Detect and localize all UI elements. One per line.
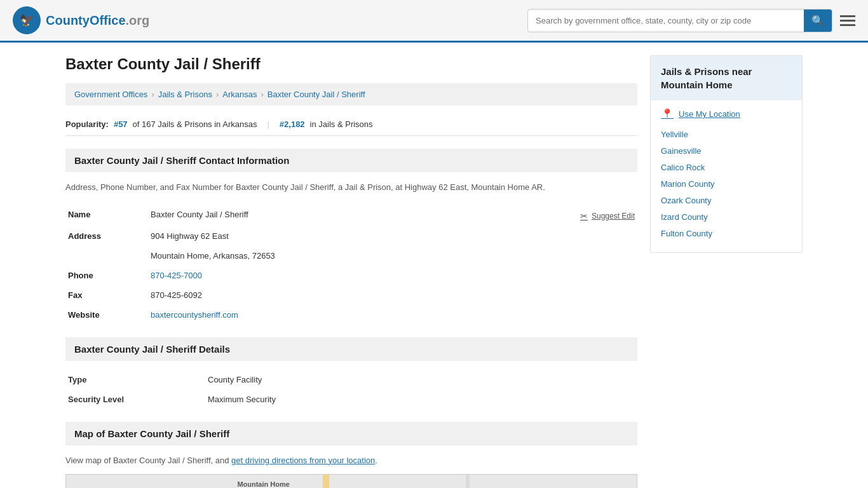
use-location-label: Use My Location <box>679 109 740 119</box>
nearby-list: Yellville Gainesville Calico Rock Marion… <box>661 129 792 238</box>
breadcrumb-link-current[interactable]: Baxter County Jail / Sheriff <box>268 90 365 99</box>
map-section-header: Map of Baxter County Jail / Sheriff <box>65 422 637 445</box>
popularity-rank2: #2,182 <box>280 119 305 129</box>
menu-line-3 <box>840 24 855 26</box>
menu-button[interactable] <box>840 15 855 26</box>
popularity-rank: #57 <box>114 119 128 129</box>
breadcrumb: Government Offices › Jails & Prisons › A… <box>65 83 637 105</box>
location-pin-icon: 📍 <box>661 108 674 120</box>
breadcrumb-link-arkansas[interactable]: Arkansas <box>222 90 257 99</box>
popularity-bar: Popularity: #57 of 167 Jails & Prisons i… <box>65 113 637 136</box>
map-section-desc: View map of Baxter County Jail / Sheriff… <box>65 454 637 468</box>
address-label: Address <box>65 226 148 246</box>
table-row-address2: Mountain Home, Arkansas, 72653 <box>65 246 637 266</box>
phone-link[interactable]: 870-425-7000 <box>151 271 202 280</box>
contact-section-header: Baxter County Jail / Sheriff Contact Inf… <box>65 149 637 172</box>
security-label: Security Level <box>65 390 205 409</box>
menu-line-2 <box>840 20 855 22</box>
sidebar-link-ozark-county[interactable]: Ozark County <box>661 196 711 205</box>
sidebar-link-gainesville[interactable]: Gainesville <box>661 146 702 156</box>
sidebar-box: Jails & Prisons near Mountain Home 📍 Use… <box>650 55 803 253</box>
contact-section-desc: Address, Phone Number, and Fax Number fo… <box>65 181 637 194</box>
search-bar: 🔍 <box>527 9 832 32</box>
use-my-location-button[interactable]: 📍 Use My Location <box>661 108 740 120</box>
list-item: Izard County <box>661 212 792 222</box>
type-value: County Facility <box>205 370 637 390</box>
sidebar-body: 📍 Use My Location Yellville Gainesville … <box>651 100 802 252</box>
map-container[interactable]: Mountain HomePolice De... 📍 📍 Baxter Cou… <box>65 474 637 488</box>
map-road-v2 <box>466 475 470 488</box>
table-row-address: Address 904 Highway 62 East <box>65 226 637 246</box>
fax-value: 870-425-6092 <box>148 285 536 305</box>
address-line1: 904 Highway 62 East <box>148 226 536 246</box>
security-value: Maximum Security <box>205 390 637 409</box>
logo-text: CountyOffice.org <box>46 13 149 28</box>
table-row-security: Security Level Maximum Security <box>65 390 637 409</box>
map-road-v1 <box>323 475 329 488</box>
fax-label: Fax <box>65 285 148 305</box>
table-row-type: Type County Facility <box>65 370 637 390</box>
popularity-rank-context: of 167 Jails & Prisons in Arkansas <box>133 119 257 129</box>
list-item: Calico Rock <box>661 162 792 172</box>
header-right: 🔍 <box>527 9 855 32</box>
name-label: Name <box>65 205 148 226</box>
address-line2: Mountain Home, Arkansas, 72653 <box>148 246 536 266</box>
details-section-header: Baxter County Jail / Sheriff Details <box>65 337 637 361</box>
search-button[interactable]: 🔍 <box>804 10 832 32</box>
breadcrumb-link-gov[interactable]: Government Offices <box>74 90 147 99</box>
sidebar: Jails & Prisons near Mountain Home 📍 Use… <box>650 55 803 488</box>
list-item: Ozark County <box>661 195 792 205</box>
page-title: Baxter County Jail / Sheriff <box>65 55 637 73</box>
popularity-label: Popularity: <box>65 119 109 129</box>
site-header: 🦅 CountyOffice.org 🔍 <box>0 0 868 43</box>
name-value: Baxter County Jail / Sheriff <box>148 205 536 226</box>
map-mountain-home-label: Mountain HomePolice De... <box>237 480 290 488</box>
suggest-edit-button[interactable]: ✂ Suggest Edit <box>580 211 635 221</box>
website-link[interactable]: baxtercountysheriff.com <box>151 310 238 320</box>
sidebar-link-izard-county[interactable]: Izard County <box>661 212 708 222</box>
contact-info-table: Name Baxter County Jail / Sheriff ✂ Sugg… <box>65 205 637 325</box>
suggest-edit-icon: ✂ <box>580 211 588 221</box>
logo-area: 🦅 CountyOffice.org <box>13 6 149 34</box>
list-item: Marion County <box>661 179 792 189</box>
breadcrumb-link-jails[interactable]: Jails & Prisons <box>158 90 212 99</box>
sidebar-title: Jails & Prisons near Mountain Home <box>651 56 802 100</box>
content-area: Baxter County Jail / Sheriff Government … <box>65 55 637 488</box>
table-row-fax: Fax 870-425-6092 <box>65 285 637 305</box>
type-label: Type <box>65 370 205 390</box>
table-row-phone: Phone 870-425-7000 <box>65 266 637 285</box>
sidebar-link-marion-county[interactable]: Marion County <box>661 179 715 189</box>
menu-line-1 <box>840 15 855 17</box>
list-item: Gainesville <box>661 146 792 156</box>
sidebar-link-fulton-county[interactable]: Fulton County <box>661 229 712 238</box>
suggest-edit-label: Suggest Edit <box>592 212 635 220</box>
table-row-name: Name Baxter County Jail / Sheriff ✂ Sugg… <box>65 205 637 226</box>
driving-directions-link[interactable]: get driving directions from your locatio… <box>231 456 375 465</box>
logo-icon: 🦅 <box>13 6 41 34</box>
popularity-rank2-context: in Jails & Prisons <box>310 119 373 129</box>
search-input[interactable] <box>528 11 804 30</box>
table-row-website: Website baxtercountysheriff.com <box>65 305 637 325</box>
main-container: Baxter County Jail / Sheriff Government … <box>53 43 815 488</box>
sidebar-link-yellville[interactable]: Yellville <box>661 130 688 139</box>
sidebar-link-calico-rock[interactable]: Calico Rock <box>661 163 705 172</box>
list-item: Yellville <box>661 129 792 139</box>
website-label: Website <box>65 305 148 325</box>
phone-label: Phone <box>65 266 148 285</box>
list-item: Fulton County <box>661 228 792 238</box>
details-info-table: Type County Facility Security Level Maxi… <box>65 370 637 409</box>
